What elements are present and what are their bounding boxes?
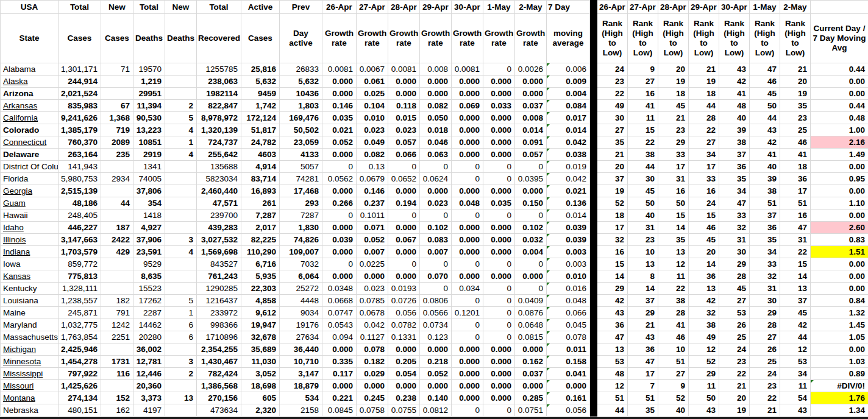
cell-growth-29-apr[interactable]: 0 — [420, 258, 452, 270]
cell-growth-2-may[interactable]: 0.0751 — [515, 404, 547, 417]
cell-rank-2-may[interactable]: 36 — [780, 173, 811, 185]
cell-total-deaths[interactable]: 12,446 — [133, 368, 165, 380]
cell-rank-27-apr[interactable]: 21 — [628, 319, 658, 331]
cell-growth-29-apr[interactable]: 0.0624 — [420, 173, 452, 185]
cell-new-deaths[interactable] — [165, 88, 197, 100]
cell-growth-26-apr[interactable]: 0.221 — [322, 392, 357, 404]
cell-prev-day-active[interactable]: 1,803 — [280, 100, 322, 112]
cell-current-vs-avg[interactable]: 2.16 — [811, 136, 868, 149]
cell-rank-29-apr[interactable]: 44 — [689, 100, 719, 112]
cell-rank-30-apr[interactable]: 27 — [719, 295, 750, 307]
cell-rank-28-apr[interactable]: 22 — [658, 283, 689, 295]
cell-current-vs-avg[interactable]: 0.44 — [811, 63, 868, 76]
cell-active-cases[interactable]: 4,914 — [241, 161, 280, 173]
cell-total-deaths[interactable]: 1,219 — [133, 76, 165, 88]
cell-rank-2-may[interactable]: 21 — [780, 63, 811, 76]
cell-state[interactable]: California — [1, 112, 59, 124]
cell-growth-2-may[interactable]: 0.102 — [515, 222, 547, 234]
cell-moving-average[interactable]: 0.161 — [547, 392, 590, 404]
cell-current-vs-avg[interactable]: 0.00 — [811, 161, 868, 173]
cell-rank-29-apr[interactable]: 15 — [689, 210, 719, 222]
cell-active-cases[interactable]: 51,817 — [241, 124, 280, 136]
cell-new-cases[interactable]: 235 — [101, 149, 133, 161]
cell-growth-2-may[interactable]: 0.000 — [515, 343, 547, 356]
cell-current-vs-avg[interactable]: 0.83 — [811, 234, 868, 246]
cell-rank-27-apr[interactable]: 13 — [628, 258, 658, 270]
cell-growth-26-apr[interactable]: 0.146 — [322, 100, 357, 112]
cell-active-cases[interactable]: 22,303 — [241, 283, 280, 295]
cell-new-cases[interactable]: 182 — [101, 295, 133, 307]
cell-rank-28-apr[interactable]: 27 — [658, 368, 689, 380]
cell-growth-30-apr[interactable]: 0.000 — [452, 368, 483, 380]
cell-new-deaths[interactable] — [165, 343, 197, 356]
cell-rank-27-apr[interactable]: 50 — [628, 197, 658, 210]
cell-active-cases[interactable]: 172,124 — [241, 112, 280, 124]
header-rank-28-apr[interactable]: Rank (High to Low) — [658, 14, 689, 63]
cell-active-cases[interactable]: 2,320 — [241, 404, 280, 417]
cell-state[interactable]: District Of Colu — [1, 161, 59, 173]
cell-rank-2-may[interactable]: 41 — [780, 149, 811, 161]
cell-active-cases[interactable]: 261 — [241, 197, 280, 210]
cell-growth-26-apr[interactable]: 0 — [322, 161, 357, 173]
header-state[interactable]: State — [1, 14, 59, 63]
cell-state[interactable]: Mississippi — [1, 368, 59, 380]
cell-rank-28-apr[interactable]: 9 — [658, 380, 689, 392]
cell-moving-average[interactable]: 0.019 — [547, 161, 590, 173]
cell-total-recovered[interactable]: 5823034 — [197, 173, 241, 185]
cell-growth-28-apr[interactable]: 0.000 — [388, 185, 420, 197]
cell-growth-2-may[interactable]: 0 — [515, 210, 547, 222]
cell-total-recovered[interactable]: 1982114 — [197, 88, 241, 100]
cell-new-deaths[interactable] — [165, 173, 197, 185]
cell-growth-26-apr[interactable]: 0.035 — [322, 112, 357, 124]
cell-growth-30-apr[interactable]: 0.000 — [452, 149, 483, 161]
cell-total-recovered[interactable]: 2,460,440 — [197, 185, 241, 197]
cell-new-cases[interactable] — [101, 343, 133, 356]
cell-rank-30-apr[interactable]: 25 — [719, 331, 750, 343]
cell-growth-26-apr[interactable]: 0.0747 — [322, 307, 357, 319]
cell-growth-2-may[interactable]: 0.285 — [515, 392, 547, 404]
cell-prev-day-active[interactable]: 26833 — [280, 63, 322, 76]
cell-rank-29-apr[interactable]: 20 — [689, 246, 719, 258]
cell-rank-29-apr[interactable]: 32 — [689, 307, 719, 319]
cell-growth-26-apr[interactable]: 0.0348 — [322, 283, 357, 295]
cell-active-cases[interactable]: 3,052 — [241, 368, 280, 380]
cell-current-vs-avg[interactable]: #DIV/0! — [811, 380, 868, 392]
cell-rank-28-apr[interactable]: 46 — [658, 331, 689, 343]
cell-total-deaths[interactable]: 11,394 — [133, 100, 165, 112]
cell-total-deaths[interactable]: 12,781 — [133, 356, 165, 368]
cell-prev-day-active[interactable]: 36,440 — [280, 343, 322, 356]
cell-rank-2-may[interactable]: 44 — [780, 331, 811, 343]
cell-moving-average[interactable]: 0.014 — [547, 124, 590, 136]
cell-total-cases[interactable]: 9,241,626 — [59, 112, 101, 124]
cell-growth-30-apr[interactable]: 0.000 — [452, 380, 483, 392]
cell-current-vs-avg[interactable]: 1.03 — [811, 356, 868, 368]
cell-new-cases[interactable] — [101, 88, 133, 100]
cell-new-cases[interactable]: 1242 — [101, 319, 133, 331]
cell-growth-28-apr[interactable]: 0.000 — [388, 76, 420, 88]
header-day-active[interactable]: Day active — [280, 14, 322, 63]
cell-rank-2-may[interactable]: 13 — [780, 283, 811, 295]
cell-rank-2-may[interactable]: 11 — [780, 380, 811, 392]
cell-growth-1-may[interactable]: 0 — [483, 63, 515, 76]
cell-growth-27-apr[interactable]: 0.0679 — [357, 173, 388, 185]
cell-rank-26-apr[interactable]: 21 — [597, 149, 628, 161]
cell-rank-26-apr[interactable]: 24 — [597, 63, 628, 76]
cell-rank-2-may[interactable]: 54 — [780, 392, 811, 404]
cell-active-cases[interactable]: 18,698 — [241, 380, 280, 392]
cell-total-cases[interactable]: 1,385,179 — [59, 124, 101, 136]
cell-state[interactable]: Guam — [1, 197, 59, 210]
cell-rank-28-apr[interactable]: 33 — [658, 149, 689, 161]
cell-rank-29-apr[interactable]: 50 — [689, 392, 719, 404]
cell-rank-1-may[interactable]: 41 — [750, 149, 780, 161]
cell-growth-30-apr[interactable]: 0 — [452, 173, 483, 185]
cell-rank-28-apr[interactable]: 40 — [658, 404, 689, 417]
cell-growth-29-apr[interactable]: 0.0806 — [420, 295, 452, 307]
cell-growth-1-may[interactable]: 0.033 — [483, 100, 515, 112]
cell-growth-29-apr[interactable]: 0.0566 — [420, 307, 452, 319]
cell-rank-29-apr[interactable]: 21 — [689, 63, 719, 76]
cell-growth-27-apr[interactable]: 0.13 — [357, 161, 388, 173]
cell-total-deaths[interactable]: 9529 — [133, 258, 165, 270]
header-date-29-apr[interactable]: 29-Apr — [420, 1, 452, 14]
cell-growth-2-may[interactable]: 0 — [515, 283, 547, 295]
cell-total-deaths[interactable]: 15523 — [133, 283, 165, 295]
